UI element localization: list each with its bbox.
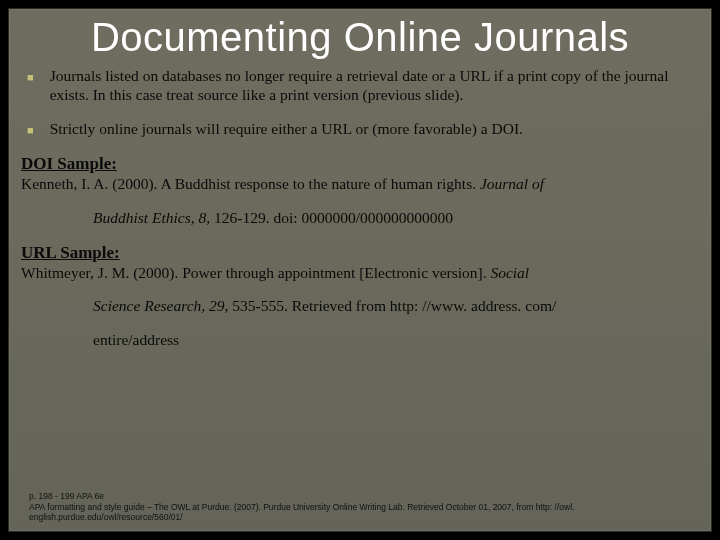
citation-italic: Journal of bbox=[480, 175, 544, 192]
citation-italic: Science Research, 29, bbox=[93, 297, 228, 314]
citation-italic: Social bbox=[490, 264, 529, 281]
citation-text: 535-555. Retrieved from http: //www. add… bbox=[228, 297, 556, 314]
slide-title: Documenting Online Journals bbox=[9, 15, 711, 60]
bullet-marker-icon: ■ bbox=[27, 124, 34, 138]
bullet-marker-icon: ■ bbox=[27, 71, 34, 85]
list-item: ■ Journals listed on databases no longer… bbox=[27, 66, 699, 105]
citation-text: 126-129. doi: 0000000/000000000000 bbox=[210, 209, 453, 226]
doi-sample-label: DOI Sample: bbox=[9, 152, 711, 174]
bullet-text: Journals listed on databases no longer r… bbox=[50, 66, 699, 105]
citation-text: entire/address bbox=[93, 331, 179, 348]
bullet-text: Strictly online journals will require ei… bbox=[50, 119, 523, 138]
citation-italic: Buddhist Ethics, 8, bbox=[93, 209, 210, 226]
slide: Documenting Online Journals ■ Journals l… bbox=[8, 8, 712, 532]
citation-text: Whitmeyer, J. M. (2000). Power through a… bbox=[21, 264, 490, 281]
url-citation: Whitmeyer, J. M. (2000). Power through a… bbox=[9, 263, 711, 349]
citation-text: Kenneth, I. A. (2000). A Buddhist respon… bbox=[21, 175, 480, 192]
url-sample-label: URL Sample: bbox=[9, 241, 711, 263]
footer-line: p. 198 - 199 APA 6e bbox=[29, 491, 691, 502]
footer-line: APA formatting and style guide – The OWL… bbox=[29, 502, 691, 523]
footer: p. 198 - 199 APA 6e APA formatting and s… bbox=[29, 491, 691, 523]
doi-citation: Kenneth, I. A. (2000). A Buddhist respon… bbox=[9, 174, 711, 227]
bullet-list: ■ Journals listed on databases no longer… bbox=[9, 66, 711, 138]
list-item: ■ Strictly online journals will require … bbox=[27, 119, 699, 138]
